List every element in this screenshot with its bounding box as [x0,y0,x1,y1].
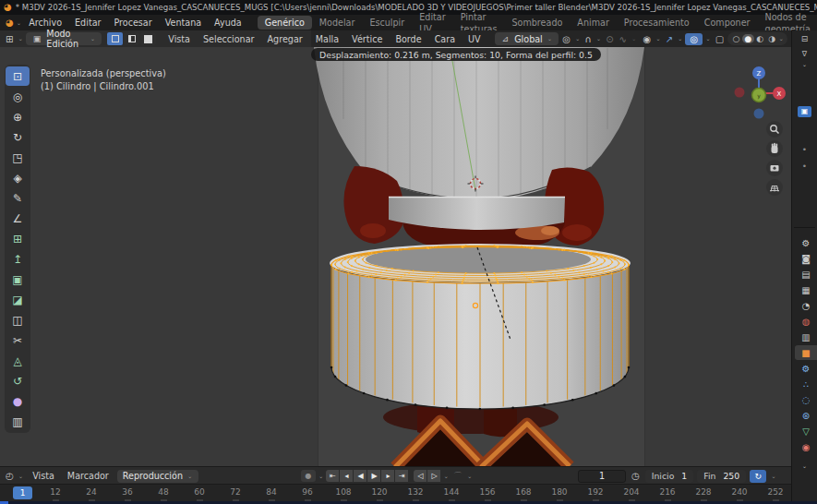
proportional-edit-icon[interactable]: ⊙ [604,34,615,44]
mesh-mug-cylinder[interactable] [330,244,631,410]
menu-ventana[interactable]: Ventana [159,15,208,30]
properties-tab-modifiers[interactable]: ⚙ [795,361,817,376]
shading-wireframe-button[interactable]: ○ [730,34,742,43]
properties-tab-render[interactable]: ◙ [795,251,817,266]
jump-end-button[interactable]: ⇥ [395,470,408,482]
workspace-tab-esculpir[interactable]: Esculpir [362,16,412,30]
tool-spin[interactable]: ↺ [6,371,30,390]
tool-smooth[interactable]: ● [6,391,30,411]
viewport-menu-uv[interactable]: UV [462,31,487,47]
falloff-icon[interactable]: ∿ [618,34,629,44]
tool-add-cube[interactable]: ⊞ [6,229,30,248]
viewport-menu-cara[interactable]: Cara [428,31,462,47]
workspace-tab-componer[interactable]: Componer [697,16,758,30]
shading-solid-button[interactable]: ● [742,34,754,43]
viewport-menu-vista[interactable]: Vista [162,31,197,47]
workspace-tab-gen-rico[interactable]: Genérico [258,16,312,30]
tool-loop-cut[interactable]: ◫ [6,310,30,330]
vertex-select-button[interactable] [107,32,123,45]
properties-tab-view-layer[interactable]: ▦ [795,282,817,297]
viewport-menu-v-rtice[interactable]: Vértice [345,31,389,47]
timeline-ruler[interactable]: 1 12243648607284961081201321441561681801… [0,484,791,501]
auto-key-record-button[interactable]: ● [301,470,316,482]
camera-view-button[interactable] [766,160,783,176]
tool-measure[interactable]: ∠ [6,209,30,228]
nav-gizmo[interactable]: Z X y [735,66,787,119]
tool-transform[interactable]: ◈ [6,168,30,187]
shading-material-button[interactable]: ◐ [754,34,766,43]
keying-set-icon[interactable]: ⌒ [451,470,464,483]
viewport-menu-malla[interactable]: Malla [309,31,345,47]
prev-frame-button[interactable]: ◀ [354,470,366,482]
editor-type-icon[interactable]: ⊞ [4,34,15,44]
axis-neg-x-handle[interactable] [735,88,745,98]
workspace-tab-animar[interactable]: Animar [570,16,616,30]
tool-edge-slide[interactable]: ▥ [6,412,30,431]
properties-tab-object[interactable]: ■ [795,345,817,360]
playback-sync-button[interactable]: ↻ [750,470,766,483]
jump-start-button[interactable]: ⇤ [326,470,339,482]
tool-scale[interactable]: ◳ [6,148,30,167]
zoom-button[interactable] [766,121,783,138]
workspace-tab-modelar[interactable]: Modelar [312,16,363,30]
shading-rendered-button[interactable]: ◑ [766,34,778,43]
face-select-button[interactable] [140,32,156,45]
timeline-menu-marcador[interactable]: Marcador [61,468,115,484]
current-frame-field[interactable]: 1 [578,470,626,483]
workspace-tab-procesamiento[interactable]: Procesamiento [617,16,697,30]
properties-tab-world[interactable]: ◍ [795,314,817,329]
blender-menu-icon[interactable]: ◕ [4,18,16,28]
play-button[interactable]: ▶ [367,470,380,482]
playhead[interactable]: 1 [13,486,32,499]
tool-select-box[interactable]: ⊡ [6,66,30,86]
outliner-object-row[interactable]: ▣ [798,106,811,117]
tool-knife[interactable]: ✂ [6,330,30,350]
properties-tab-particles[interactable]: ∴ [795,377,817,391]
gizmos-toggle-icon[interactable]: ↗ [664,34,675,44]
outliner-icon[interactable]: ⊟ [792,34,817,43]
tool-extrude-region[interactable]: ↥ [6,249,30,269]
edge-select-button[interactable] [124,32,139,45]
viewport-canvas[interactable] [0,47,791,466]
tool-annotate[interactable]: ✎ [6,188,30,208]
viewport-3d[interactable]: Desplazamiento: 0.216 m, Segmentos: 10, … [0,47,791,466]
properties-tab-output[interactable]: ▤ [795,267,817,282]
axis-neg-z-handle[interactable] [754,109,764,119]
overlays-toggle[interactable]: ◎ [685,33,703,45]
filter-icon[interactable]: ∇ [792,50,817,58]
frame-forward-button[interactable]: ▷ [427,470,440,482]
mode-dropdown[interactable]: ▣ Modo Edición ⌄ [26,32,102,45]
show-object-types-icon[interactable]: ◉ [641,34,653,44]
properties-tab-constraints[interactable]: ⊛ [795,408,817,423]
frame-start-field[interactable]: Inicio 1 [645,470,694,483]
tool-poly-build[interactable]: ◬ [6,351,30,370]
properties-tab-collection[interactable]: ▥ [795,330,817,344]
menu-procesar[interactable]: Procesar [107,15,158,30]
editor-type-icon[interactable]: ◴ [4,471,16,481]
pan-hand-button[interactable] [766,140,783,157]
prev-keyframe-button[interactable]: ◂ [340,470,353,482]
properties-tab-data[interactable]: ▽ [795,424,817,438]
properties-tab-scene[interactable]: ◔ [795,298,817,313]
viewport-menu-agregar[interactable]: Agregar [261,31,309,47]
viewport-menu-borde[interactable]: Borde [389,31,427,47]
tool-rotate[interactable]: ↻ [6,127,30,147]
xray-toggle-icon[interactable]: ▢ [714,34,726,44]
playback-dropdown[interactable]: Reproducción ⌄ [117,470,199,483]
frame-end-field[interactable]: Fin 250 [697,470,746,483]
pivot-point-icon[interactable]: ◎ [560,34,572,44]
tool-inset-faces[interactable]: ▣ [6,270,30,289]
properties-tab-tool[interactable]: ⚙ [795,235,817,250]
snap-magnet-icon[interactable]: ∩ [583,34,593,44]
workspace-tab-sombreado[interactable]: Sombreado [504,16,570,30]
timeline-menu-vista[interactable]: Vista [26,468,61,484]
orientation-dropdown[interactable]: ⊿ Global ⌄ [495,32,559,45]
properties-tab-physics[interactable]: ◌ [795,392,817,407]
menu-ayuda[interactable]: Ayuda [208,15,248,30]
perspective-toggle-button[interactable] [766,179,783,196]
tool-bevel[interactable]: ◪ [6,290,30,309]
viewport-menu-seleccionar[interactable]: Seleccionar [197,31,261,47]
tool-move[interactable]: ⊕ [6,107,30,126]
frame-back-button[interactable]: ◁ [414,470,427,482]
properties-tab-material[interactable]: ◉ [795,439,817,454]
